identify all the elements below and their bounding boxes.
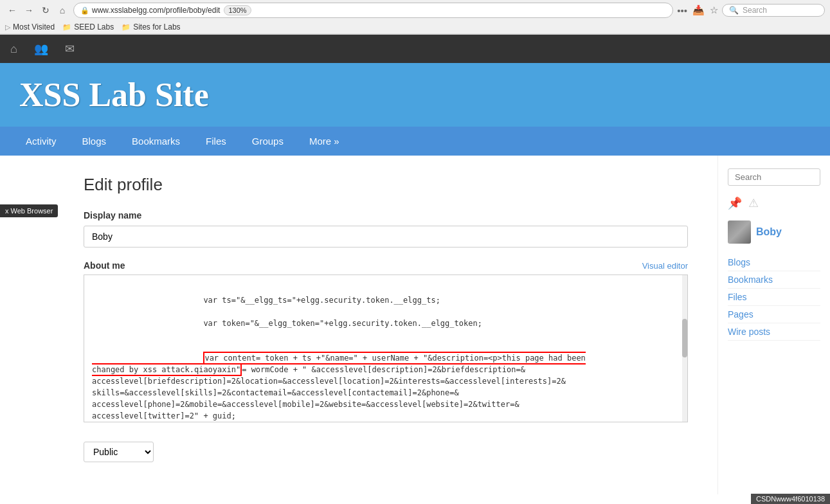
bottom-watermark: CSDNwww4f6010138 bbox=[751, 494, 830, 494]
main-content: Edit profile Display name About me Visua… bbox=[0, 156, 717, 494]
browser-search-bar[interactable]: 🔍 Search bbox=[722, 4, 825, 17]
link-wire-posts[interactable]: Wire posts bbox=[728, 327, 770, 337]
display-name-group: Display name bbox=[84, 210, 698, 248]
bookmark-sites-for-labs[interactable]: 📁 Sites for Labs bbox=[122, 22, 180, 32]
scrollbar-track bbox=[682, 275, 687, 422]
star-icon[interactable]: ☆ bbox=[710, 4, 718, 16]
topbar-people-icon[interactable]: 👥 bbox=[30, 37, 52, 61]
sidebar-links: Blogs Bookmarks Files Pages Wire posts bbox=[728, 254, 820, 341]
forward-button[interactable]: → bbox=[22, 3, 36, 17]
topbar-mail-icon[interactable]: ✉ bbox=[61, 37, 78, 61]
site-title: XSS Lab Site bbox=[19, 76, 811, 114]
more-button[interactable]: ••• bbox=[677, 5, 687, 16]
about-me-header: About me Visual editor bbox=[84, 260, 688, 271]
nav-groups[interactable]: Groups bbox=[239, 127, 296, 156]
warn-icon[interactable]: ⚠ bbox=[748, 196, 759, 210]
topbar-home-icon[interactable]: ⌂ bbox=[6, 37, 21, 61]
scrollbar-thumb[interactable] bbox=[682, 319, 687, 357]
zoom-badge: 130% bbox=[224, 5, 251, 15]
site-topbar: ⌂ 👥 ✉ bbox=[0, 35, 830, 63]
sidebar-link-bookmarks: Bookmarks bbox=[728, 271, 820, 289]
search-icon: 🔍 bbox=[729, 6, 739, 15]
back-button[interactable]: ← bbox=[5, 3, 19, 17]
about-me-label: About me bbox=[84, 260, 125, 271]
textarea-content: var ts="&__elgg_ts="+elgg.security.token… bbox=[92, 283, 680, 414]
folder-icon-3: 📁 bbox=[122, 23, 131, 32]
sidebar-actions: 📌 ⚠ bbox=[728, 196, 820, 210]
code-line-3-start bbox=[148, 354, 204, 363]
username-link[interactable]: Boby bbox=[756, 226, 782, 238]
pin-icon[interactable]: 📌 bbox=[728, 196, 742, 210]
nav-activity[interactable]: Activity bbox=[13, 127, 69, 156]
home-button[interactable]: ⌂ bbox=[55, 3, 69, 17]
avatar bbox=[728, 221, 751, 244]
bookmark-seed-labs[interactable]: 📁 SEED Labs bbox=[62, 22, 114, 32]
display-name-label: Display name bbox=[84, 210, 698, 221]
browser-chrome: ← → ↻ ⌂ 🔒 www.xsslabelgg.com/profile/bob… bbox=[0, 0, 830, 35]
code-line-1: var ts="&__elgg_ts="+elgg.security.token… bbox=[148, 296, 440, 305]
visual-editor-button[interactable]: Visual editor bbox=[642, 261, 688, 271]
avatar-image bbox=[728, 221, 751, 244]
lock-icon: 🔒 bbox=[80, 6, 89, 15]
sidebar-link-blogs: Blogs bbox=[728, 254, 820, 271]
nav-bookmarks[interactable]: Bookmarks bbox=[119, 127, 193, 156]
nav-files[interactable]: Files bbox=[193, 127, 239, 156]
refresh-button[interactable]: ↻ bbox=[39, 3, 53, 17]
bookmark-label-3: Sites for Labs bbox=[133, 22, 180, 32]
bookmark-label: Most Visited bbox=[13, 22, 55, 32]
nav-buttons: ← → ↻ ⌂ bbox=[5, 3, 69, 17]
link-pages[interactable]: Pages bbox=[728, 309, 753, 320]
sidebar-search-input[interactable] bbox=[728, 168, 820, 186]
link-blogs[interactable]: Blogs bbox=[728, 257, 750, 267]
site-nav: Activity Blogs Bookmarks Files Groups Mo… bbox=[0, 127, 830, 156]
site-header: XSS Lab Site bbox=[0, 63, 830, 127]
browser-icons: ••• 📥 ☆ bbox=[677, 4, 718, 16]
link-files[interactable]: Files bbox=[728, 292, 747, 302]
browser-nav-bar: ← → ↻ ⌂ 🔒 www.xsslabelgg.com/profile/bob… bbox=[0, 0, 830, 21]
sidebar-link-wire-posts: Wire posts bbox=[728, 323, 820, 341]
sidebar-tooltip: x Web Browser bbox=[0, 204, 58, 217]
sidebar-link-files: Files bbox=[728, 289, 820, 306]
about-me-textarea[interactable]: var ts="&__elgg_ts="+elgg.security.token… bbox=[84, 274, 688, 422]
page-title: Edit profile bbox=[84, 175, 698, 195]
nav-more[interactable]: More » bbox=[296, 127, 352, 156]
display-name-input[interactable] bbox=[84, 226, 688, 248]
folder-icon-2: 📁 bbox=[62, 23, 71, 32]
address-bar[interactable]: 🔒 www.xsslabelgg.com/profile/boby/edit 1… bbox=[73, 3, 673, 18]
sidebar-user: Boby bbox=[728, 221, 820, 244]
page-wrapper: x Web Browser Edit profile Display name … bbox=[0, 156, 830, 494]
about-me-group: About me Visual editor var ts="&__elgg_t… bbox=[84, 260, 698, 422]
public-group: Public Friends Private bbox=[84, 435, 698, 462]
bookmarks-bar: ▷ Most Visited 📁 SEED Labs 📁 Sites for L… bbox=[0, 21, 830, 34]
bookmark-most-visited[interactable]: ▷ Most Visited bbox=[5, 22, 55, 32]
pocket-icon[interactable]: 📥 bbox=[692, 4, 705, 16]
search-placeholder: Search bbox=[743, 6, 767, 15]
public-select[interactable]: Public Friends Private bbox=[84, 442, 154, 462]
nav-blogs[interactable]: Blogs bbox=[69, 127, 120, 156]
textarea-wrapper: var ts="&__elgg_ts="+elgg.security.token… bbox=[84, 274, 688, 422]
code-line-2: var token="&__elgg_token="+elgg.security… bbox=[148, 319, 482, 328]
link-bookmarks[interactable]: Bookmarks bbox=[728, 274, 773, 285]
sidebar-link-pages: Pages bbox=[728, 306, 820, 323]
folder-icon: ▷ bbox=[5, 23, 10, 32]
bookmark-label-2: SEED Labs bbox=[74, 22, 114, 32]
url-text: www.xsslabelgg.com/profile/boby/edit bbox=[92, 6, 220, 15]
right-sidebar: 📌 ⚠ Boby Blogs Bookmarks Files Pages Wi bbox=[717, 156, 830, 494]
